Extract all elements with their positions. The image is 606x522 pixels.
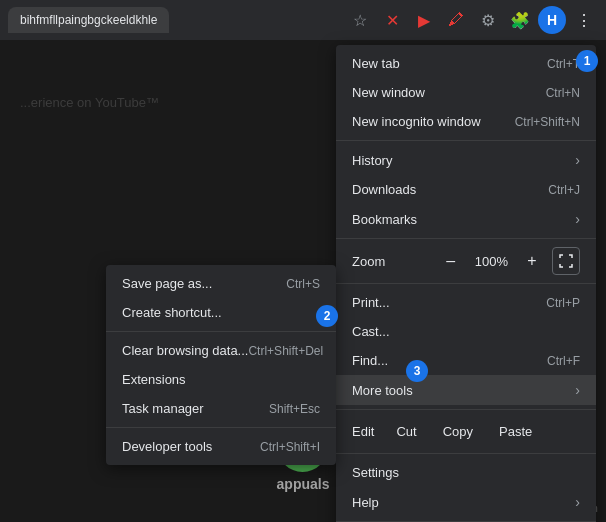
zoom-label[interactable]: Zoom: [352, 254, 435, 269]
submenu-task-manager-label: Task manager: [122, 401, 204, 416]
submenu-item-clear-browsing[interactable]: Clear browsing data... Ctrl+Shift+Del: [106, 336, 336, 365]
menu-item-help-label: Help: [352, 495, 379, 510]
menu-icon[interactable]: ⋮: [570, 6, 598, 34]
submenu-extensions-label: Extensions: [122, 372, 186, 387]
star-icon[interactable]: ☆: [346, 6, 374, 34]
menu-item-new-tab-label: New tab: [352, 56, 400, 71]
badge-3: 3: [406, 360, 428, 382]
submenu-item-save-page[interactable]: Save page as... Ctrl+S: [106, 269, 336, 298]
copy-button[interactable]: Copy: [431, 418, 485, 445]
menu-item-new-tab[interactable]: New tab Ctrl+T: [336, 49, 596, 78]
menu-item-help[interactable]: Help ›: [336, 487, 596, 517]
menu-item-new-window-shortcut: Ctrl+N: [546, 86, 580, 100]
menu-item-more-tools-label: More tools: [352, 383, 413, 398]
ext-icon-2[interactable]: ▶: [410, 6, 438, 34]
bookmarks-arrow-icon: ›: [575, 211, 580, 227]
cut-button[interactable]: Cut: [384, 418, 428, 445]
submenu-clear-browsing-shortcut: Ctrl+Shift+Del: [248, 344, 323, 358]
ext-icon-3[interactable]: 🖍: [442, 6, 470, 34]
more-tools-arrow-icon: ›: [575, 382, 580, 398]
menu-item-find[interactable]: Find... Ctrl+F: [336, 346, 596, 375]
menu-item-history-label: History: [352, 153, 392, 168]
ext-icon-1[interactable]: ✕: [378, 6, 406, 34]
menu-item-bookmarks[interactable]: Bookmarks ›: [336, 204, 596, 234]
divider-4: [336, 409, 596, 410]
zoom-row: Zoom – 100% +: [336, 243, 596, 279]
submenu-developer-tools-shortcut: Ctrl+Shift+I: [260, 440, 320, 454]
divider-2: [336, 238, 596, 239]
menu-item-bookmarks-label: Bookmarks: [352, 212, 417, 227]
fullscreen-button[interactable]: [552, 247, 580, 275]
submenu-item-developer-tools[interactable]: Developer tools Ctrl+Shift+I: [106, 432, 336, 461]
menu-item-more-tools[interactable]: More tools ›: [336, 375, 596, 405]
chrome-menu: New tab Ctrl+T New window Ctrl+N New inc…: [336, 45, 596, 522]
menu-item-find-shortcut: Ctrl+F: [547, 354, 580, 368]
menu-item-new-window[interactable]: New window Ctrl+N: [336, 78, 596, 107]
ext-icon-5[interactable]: 🧩: [506, 6, 534, 34]
submenu-divider-2: [106, 427, 336, 428]
menu-item-cast[interactable]: Cast...: [336, 317, 596, 346]
menu-item-new-incognito-label: New incognito window: [352, 114, 481, 129]
edit-label: Edit: [344, 418, 382, 445]
badge-1: 1: [576, 50, 598, 72]
submenu-item-extensions[interactable]: Extensions: [106, 365, 336, 394]
menu-item-new-tab-shortcut: Ctrl+T: [547, 57, 580, 71]
submenu-divider-1: [106, 331, 336, 332]
submenu-save-page-label: Save page as...: [122, 276, 212, 291]
paste-button[interactable]: Paste: [487, 418, 544, 445]
menu-item-new-incognito-shortcut: Ctrl+Shift+N: [515, 115, 580, 129]
menu-item-downloads[interactable]: Downloads Ctrl+J: [336, 175, 596, 204]
menu-item-new-incognito[interactable]: New incognito window Ctrl+Shift+N: [336, 107, 596, 136]
edit-row: Edit Cut Copy Paste: [336, 414, 596, 449]
zoom-plus-button[interactable]: +: [516, 247, 548, 275]
submenu-task-manager-shortcut: Shift+Esc: [269, 402, 320, 416]
menu-item-downloads-shortcut: Ctrl+J: [548, 183, 580, 197]
appuals-logo-text: appuals: [277, 476, 330, 492]
more-tools-submenu: Save page as... Ctrl+S Create shortcut..…: [106, 265, 336, 465]
submenu-save-page-shortcut: Ctrl+S: [286, 277, 320, 291]
menu-item-cast-label: Cast...: [352, 324, 390, 339]
tab-area: bihfmfllpaingbgckeeldkhle: [8, 7, 340, 33]
divider-3: [336, 283, 596, 284]
menu-item-print-shortcut: Ctrl+P: [546, 296, 580, 310]
zoom-value: 100%: [467, 254, 516, 269]
menu-item-print-label: Print...: [352, 295, 390, 310]
history-arrow-icon: ›: [575, 152, 580, 168]
page-content: ...erience on YouTube™ New tab Ctrl+T Ne…: [0, 40, 606, 522]
menu-item-settings[interactable]: Settings: [336, 458, 596, 487]
menu-item-print[interactable]: Print... Ctrl+P: [336, 288, 596, 317]
help-arrow-icon: ›: [575, 494, 580, 510]
menu-item-find-label: Find...: [352, 353, 388, 368]
badge-2: 2: [316, 305, 338, 327]
submenu-item-create-shortcut[interactable]: Create shortcut...: [106, 298, 336, 327]
menu-item-downloads-label: Downloads: [352, 182, 416, 197]
divider-5: [336, 453, 596, 454]
bg-text: ...erience on YouTube™: [20, 95, 159, 110]
menu-item-settings-label: Settings: [352, 465, 399, 480]
toolbar-icons: ☆ ✕ ▶ 🖍 ⚙ 🧩 H ⋮: [346, 6, 598, 34]
menu-item-new-window-label: New window: [352, 85, 425, 100]
submenu-developer-tools-label: Developer tools: [122, 439, 212, 454]
submenu-item-task-manager[interactable]: Task manager Shift+Esc: [106, 394, 336, 423]
zoom-minus-button[interactable]: –: [435, 247, 467, 275]
divider-1: [336, 140, 596, 141]
profile-icon[interactable]: H: [538, 6, 566, 34]
menu-item-history[interactable]: History ›: [336, 145, 596, 175]
ext-icon-4[interactable]: ⚙: [474, 6, 502, 34]
submenu-clear-browsing-label: Clear browsing data...: [122, 343, 248, 358]
submenu-create-shortcut-label: Create shortcut...: [122, 305, 222, 320]
browser-tab[interactable]: bihfmfllpaingbgckeeldkhle: [8, 7, 169, 33]
browser-bar: bihfmfllpaingbgckeeldkhle ☆ ✕ ▶ 🖍 ⚙ 🧩 H …: [0, 0, 606, 40]
